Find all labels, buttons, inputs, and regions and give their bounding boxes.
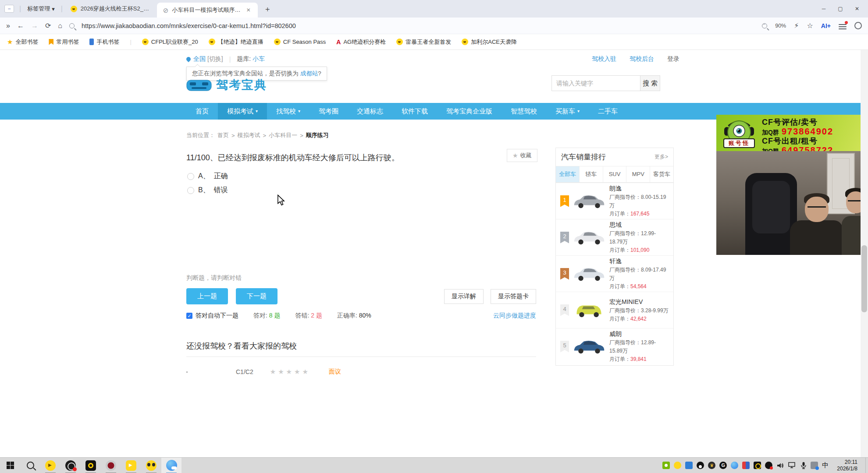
tray-huya-icon[interactable] (674, 462, 681, 469)
profile-icon[interactable] (854, 22, 862, 29)
boss-key-icon[interactable]: − (4, 5, 14, 13)
ranking-tab-sedan[interactable]: 轿车 (579, 166, 603, 182)
nav-buy-car[interactable]: 买新车▾ (546, 103, 589, 120)
bookmark-item[interactable]: 【绝迹】绝迹直播 (209, 38, 263, 46)
nav-traffic-signs[interactable]: 交通标志 (348, 103, 392, 120)
nav-used-car[interactable]: 二手车 (589, 103, 627, 120)
bookmark-item[interactable]: CF Season Pass (274, 39, 326, 45)
tray-tv-icon[interactable] (742, 462, 750, 469)
site-logo[interactable]: 驾考宝典 (186, 77, 267, 93)
taskbar-clock[interactable]: 20:11 2026/1/8 (832, 459, 862, 472)
radio-icon[interactable] (187, 187, 194, 194)
bookmark-item[interactable]: AAG绝迹积分赛枪 (336, 38, 386, 46)
volume-icon[interactable] (776, 462, 784, 469)
bookmark-item[interactable]: 加利尔ACE天袭降 (462, 38, 517, 46)
page-scrollbar[interactable] (861, 50, 868, 457)
window-close-button[interactable]: ✕ (849, 6, 865, 12)
search-button[interactable]: 搜 索 (640, 76, 660, 91)
tray-browser-icon[interactable] (731, 462, 738, 469)
region-link[interactable]: 成都站 (300, 70, 318, 77)
ranking-item[interactable]: 4 宏光MINIEV 厂商指导价：3.28-9.99万 月订单：42,642 (556, 292, 673, 328)
browser-menu-icon[interactable] (839, 23, 847, 29)
ranking-item[interactable]: 5 威朗 厂商指导价：12.89-15.89万 月订单：39,841 (556, 328, 673, 364)
tray-crown-icon[interactable]: ♛ (708, 462, 715, 469)
location-link[interactable]: 全国 (193, 55, 206, 63)
bookmark-mobile[interactable]: 手机书签 (89, 38, 119, 46)
forward-icon[interactable]: → (31, 22, 38, 30)
ranking-more-link[interactable]: 更多> (655, 153, 668, 161)
home-icon[interactable]: ⌂ (58, 22, 62, 30)
scrollbar-thumb[interactable] (861, 245, 867, 312)
school-join-link[interactable]: 驾校入驻 (592, 55, 616, 63)
ime-indicator[interactable]: 中 (822, 461, 829, 469)
close-icon[interactable]: ✕ (245, 6, 252, 14)
taskbar-app-obs[interactable] (60, 458, 81, 473)
ranking-item[interactable]: 2 思域 厂商指导价：12.99-18.79万 月订单：101,090 (556, 219, 673, 255)
bookmark-item[interactable]: 雷暴王者全新首发 (396, 38, 451, 46)
ranking-tab-suv[interactable]: SUV (603, 166, 626, 182)
cloud-sync-link[interactable]: 云同步做题进度 (493, 312, 536, 320)
window-minimize-button[interactable]: ─ (815, 6, 832, 12)
breadcrumb-kemu1[interactable]: 小车科目一 (269, 131, 297, 139)
tray-logitech-icon[interactable]: G (719, 462, 727, 469)
nav-home[interactable]: 首页 (186, 103, 218, 120)
tray-nvidia-icon[interactable] (662, 462, 670, 469)
show-desktop-button[interactable] (865, 458, 868, 473)
new-tab-button[interactable]: ＋ (258, 4, 277, 14)
next-question-button[interactable]: 下一题 (236, 288, 277, 304)
show-explanation-button[interactable]: 显示详解 (444, 289, 484, 304)
ranking-item[interactable]: 3 轩逸 厂商指导价：8.09-17.49万 月订单：54,564 (556, 255, 673, 292)
breadcrumb-home[interactable]: 首页 (217, 131, 229, 139)
browser-tab-active[interactable]: ⊘ 小车科目一模拟考试顺序练习 ✕ (157, 3, 258, 18)
breadcrumb-mock-exam[interactable]: 模拟考试 (238, 131, 260, 139)
login-link[interactable]: 登录 (667, 55, 679, 63)
zoom-out-icon[interactable] (762, 23, 767, 28)
checkbox-checked-icon[interactable]: ✓ (186, 313, 192, 319)
network-icon[interactable] (788, 462, 797, 469)
url-field[interactable]: https://www.jiakaobaodian.com/mnks/exerc… (82, 22, 755, 29)
search-input[interactable] (552, 76, 640, 91)
tray-recorder-icon[interactable] (754, 462, 761, 469)
taskbar-app-crossfire[interactable] (101, 458, 121, 473)
tray-security-icon[interactable] (811, 462, 818, 469)
option-b[interactable]: B、错误 (187, 186, 228, 195)
bookmark-star-icon[interactable]: ☆ (807, 21, 813, 30)
radio-icon[interactable] (187, 173, 194, 180)
tray-app-icon[interactable] (685, 462, 693, 469)
tray-obs-icon[interactable] (765, 462, 772, 469)
ai-assistant-button[interactable]: AI+ (821, 22, 831, 29)
nav-mock-exam[interactable]: 模拟考试▾ (218, 103, 267, 120)
browser-tab[interactable]: 2026穿越火线枪王杯S2_枪王杯_ (64, 0, 157, 18)
nav-smart-school[interactable]: 智慧驾校 (502, 103, 546, 120)
nav-download[interactable]: 软件下载 (392, 103, 437, 120)
zoom-level[interactable]: 90% (775, 23, 786, 29)
school-admin-link[interactable]: 驾校后台 (630, 55, 654, 63)
taskbar-search-icon[interactable] (20, 458, 40, 473)
location-switch-link[interactable]: [切换] (207, 55, 223, 63)
bookmark-all[interactable]: ★全部书签 (7, 38, 38, 46)
reload-icon[interactable]: ⟳ (45, 21, 51, 30)
back-icon[interactable]: ← (17, 22, 24, 30)
nav-enterprise[interactable]: 驾考宝典企业版 (437, 103, 502, 120)
lightning-icon[interactable]: ⚡ (794, 21, 799, 30)
window-maximize-button[interactable]: ▢ (832, 6, 849, 12)
tab-manager-button[interactable]: 标签管理▾ (23, 5, 59, 13)
prev-question-button[interactable]: 上一题 (186, 288, 228, 304)
microphone-icon[interactable] (800, 462, 807, 469)
taskbar-app-recorder[interactable] (81, 458, 101, 473)
tray-qq-icon[interactable] (697, 462, 704, 469)
cf-account-ad-banner[interactable]: 账号怪 CF号评估/卖号 加Q群973864902 CF号出租/租号 加Q群64… (716, 115, 868, 152)
school-row[interactable]: C1/C2 ★★★★★ 面议 (186, 368, 536, 376)
ranking-item[interactable]: 1 朗逸 厂商指导价：8.00-15.19万 月订单：167,645 (556, 183, 673, 219)
extensions-chevron-icon[interactable]: » (6, 22, 10, 30)
ranking-tab-mpv[interactable]: MPV (626, 166, 650, 182)
taskbar-app-qq-browser[interactable] (161, 458, 181, 473)
nav-find-school[interactable]: 找驾校▾ (267, 103, 309, 120)
taskbar-app-panda[interactable] (141, 458, 161, 473)
option-a[interactable]: A、正确 (187, 172, 228, 181)
bookmark-item[interactable]: CFPL职业联赛_20 (142, 38, 198, 46)
show-answer-card-button[interactable]: 显示答题卡 (491, 289, 536, 304)
ranking-tab-all[interactable]: 全部车 (556, 166, 579, 182)
bookmark-frequent[interactable]: 常用书签 (49, 38, 79, 46)
start-button[interactable] (0, 458, 20, 473)
